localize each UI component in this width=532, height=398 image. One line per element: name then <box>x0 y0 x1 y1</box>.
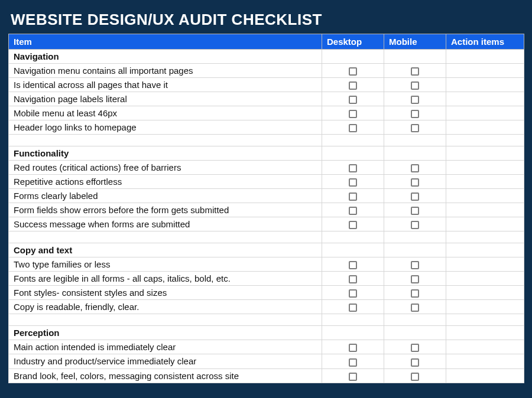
action-items-cell[interactable] <box>446 286 524 300</box>
desktop-checkbox-cell <box>322 106 384 120</box>
mobile-checkbox[interactable] <box>411 275 419 283</box>
checklist-table: Item Desktop Mobile Action items Navigat… <box>8 34 524 383</box>
desktop-checkbox[interactable] <box>349 178 357 187</box>
desktop-checkbox[interactable] <box>349 67 357 76</box>
mobile-checkbox-cell <box>384 175 446 189</box>
mobile-checkbox-cell <box>384 272 446 286</box>
col-header-mobile: Mobile <box>384 34 446 50</box>
mobile-checkbox-cell <box>384 300 446 314</box>
item-cell: Two type families or less <box>9 257 322 272</box>
desktop-checkbox[interactable] <box>349 193 357 201</box>
action-items-cell[interactable] <box>446 300 524 314</box>
desktop-checkbox[interactable] <box>349 289 357 298</box>
mobile-checkbox[interactable] <box>411 110 419 118</box>
mobile-checkbox[interactable] <box>411 193 419 201</box>
table-row: Red routes (critical actions) free of ba… <box>9 161 524 175</box>
table-row: Repetitive actions effortless <box>9 175 524 189</box>
desktop-checkbox[interactable] <box>349 81 357 90</box>
desktop-checkbox-cell <box>322 257 384 272</box>
mobile-checkbox[interactable] <box>411 358 419 367</box>
desktop-checkbox[interactable] <box>349 358 357 367</box>
mobile-checkbox[interactable] <box>411 207 419 215</box>
table-header-row: Item Desktop Mobile Action items <box>9 34 524 50</box>
mobile-checkbox[interactable] <box>411 304 419 312</box>
item-cell: Main action intended is immediately clea… <box>9 340 322 354</box>
section-heading: Functionality <box>9 146 322 161</box>
item-cell: Red routes (critical actions) free of ba… <box>9 161 322 175</box>
mobile-checkbox[interactable] <box>411 96 419 104</box>
mobile-checkbox[interactable] <box>411 261 419 269</box>
page-title: WEBSITE DESIGN/UX AUDIT CHECKLIST <box>8 7 524 34</box>
desktop-checkbox[interactable] <box>349 275 357 283</box>
section-heading-row: Copy and text <box>9 243 524 257</box>
mobile-checkbox[interactable] <box>411 164 419 172</box>
table-row: Navigation page labels literal <box>9 92 524 106</box>
action-items-cell[interactable] <box>446 354 524 368</box>
action-items-cell[interactable] <box>446 189 524 203</box>
table-row: Is identical across all pages that have … <box>9 78 524 92</box>
action-items-cell[interactable] <box>446 120 524 135</box>
empty-cell <box>384 146 446 161</box>
mobile-checkbox-cell <box>384 106 446 120</box>
item-cell: Is identical across all pages that have … <box>9 78 322 92</box>
desktop-checkbox-cell <box>322 175 384 189</box>
desktop-checkbox[interactable] <box>349 304 357 312</box>
col-header-action: Action items <box>446 34 524 50</box>
mobile-checkbox[interactable] <box>411 67 419 76</box>
action-items-cell[interactable] <box>446 272 524 286</box>
item-cell: Fonts are legible in all forms - all cap… <box>9 272 322 286</box>
desktop-checkbox[interactable] <box>349 110 357 118</box>
mobile-checkbox[interactable] <box>411 178 419 187</box>
mobile-checkbox-cell <box>384 189 446 203</box>
action-items-cell[interactable] <box>446 368 524 383</box>
desktop-checkbox-cell <box>322 92 384 106</box>
desktop-checkbox-cell <box>322 189 384 203</box>
desktop-checkbox[interactable] <box>349 344 357 352</box>
mobile-checkbox[interactable] <box>411 344 419 352</box>
mobile-checkbox[interactable] <box>411 124 419 132</box>
mobile-checkbox-cell <box>384 78 446 92</box>
mobile-checkbox-cell <box>384 203 446 217</box>
action-items-cell[interactable] <box>446 78 524 92</box>
item-cell: Success message when forms are submitted <box>9 217 322 231</box>
mobile-checkbox-cell <box>384 120 446 135</box>
mobile-checkbox[interactable] <box>411 373 419 381</box>
action-items-cell[interactable] <box>446 92 524 106</box>
action-items-cell[interactable] <box>446 161 524 175</box>
table-row: Industry and product/service immediately… <box>9 354 524 368</box>
section-heading: Copy and text <box>9 243 322 257</box>
item-cell: Copy is readable, friendly, clear. <box>9 300 322 314</box>
desktop-checkbox[interactable] <box>349 373 357 381</box>
section-heading-row: Functionality <box>9 146 524 161</box>
table-row: Mobile menu at least 46px <box>9 106 524 120</box>
desktop-checkbox-cell <box>322 354 384 368</box>
empty-cell <box>384 243 446 257</box>
empty-cell <box>322 50 384 64</box>
mobile-checkbox-cell <box>384 257 446 272</box>
mobile-checkbox[interactable] <box>411 221 419 229</box>
action-items-cell[interactable] <box>446 106 524 120</box>
mobile-checkbox-cell <box>384 340 446 354</box>
action-items-cell[interactable] <box>446 64 524 78</box>
action-items-cell[interactable] <box>446 257 524 272</box>
desktop-checkbox[interactable] <box>349 261 357 269</box>
col-header-desktop: Desktop <box>322 34 384 50</box>
section-heading: Perception <box>9 326 322 340</box>
table-row: Form fields show errors before the form … <box>9 203 524 217</box>
action-items-cell[interactable] <box>446 175 524 189</box>
col-header-item: Item <box>9 34 322 50</box>
mobile-checkbox[interactable] <box>411 81 419 90</box>
desktop-checkbox[interactable] <box>349 221 357 229</box>
action-items-cell[interactable] <box>446 217 524 231</box>
desktop-checkbox[interactable] <box>349 124 357 132</box>
action-items-cell[interactable] <box>446 203 524 217</box>
desktop-checkbox[interactable] <box>349 96 357 104</box>
desktop-checkbox[interactable] <box>349 164 357 172</box>
desktop-checkbox[interactable] <box>349 207 357 215</box>
empty-cell <box>446 50 524 64</box>
item-cell: Font styles- consistent styles and sizes <box>9 286 322 300</box>
empty-cell <box>384 50 446 64</box>
mobile-checkbox[interactable] <box>411 289 419 298</box>
mobile-checkbox-cell <box>384 161 446 175</box>
action-items-cell[interactable] <box>446 340 524 354</box>
